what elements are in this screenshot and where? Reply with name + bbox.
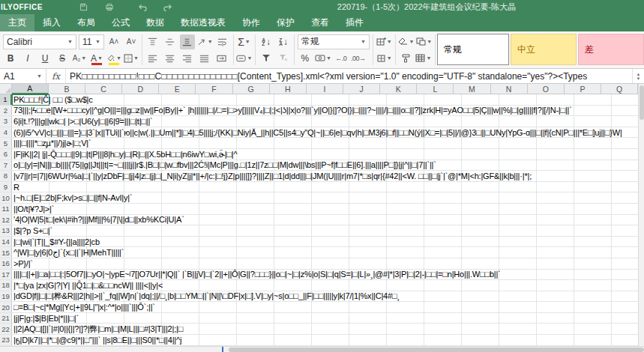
tab-home[interactable]: 主页 xyxy=(0,14,34,31)
underline-button[interactable]: U xyxy=(37,51,52,66)
cell-style-neutral[interactable]: 中立 xyxy=(511,34,577,65)
decrease-decimal-button[interactable]: ←.0 xyxy=(334,51,349,66)
align-right-icon[interactable] xyxy=(180,51,195,66)
table-row[interactable]: 18|*□|ya |zx|G|?|Y| ||Q̂1□|□&□□ncW|| |||… xyxy=(0,280,638,291)
row-header-7[interactable]: 7 xyxy=(0,160,12,171)
column-header-N[interactable]: N xyxy=(491,84,528,94)
align-bottom-icon[interactable] xyxy=(180,34,195,49)
table-row[interactable]: 23|ҕ|D|k7||□|*□|@c9|*||□"|||` ||s|8□E||□… xyxy=(0,335,638,346)
row-cells[interactable]: |F|iK||2| |j|-Q̄□□□||9|□|t|P|||8|h□y|□|R… xyxy=(12,149,638,160)
column-header-D[interactable]: D xyxy=(122,84,159,94)
italic-button[interactable]: I xyxy=(20,51,35,66)
insert-function-button[interactable]: fx xyxy=(46,69,66,83)
redo-icon[interactable] xyxy=(161,2,174,12)
table-row[interactable]: 273|||;|ϟ□□e|[W+□□□cy||^g|O|||=|||g□z||w… xyxy=(0,106,638,117)
table-row[interactable]: 9R xyxy=(0,182,638,193)
cell-style-normal[interactable]: 常规 xyxy=(437,34,509,65)
row-cells[interactable]: ^|W|□|y|6|ج0|`{x□||`|H|MehT|||||` xyxy=(12,247,638,258)
row-cells[interactable]: 6|i|t.!?|||g||wk□| |>□|U6(y|□||6|9̈=|||□… xyxy=(12,116,638,127)
font-color-button[interactable]: A▼ xyxy=(89,51,104,66)
row-cells[interactable]: |*□|ya |zx|G|?|Y| ||Q̂1□|□&□□ncW|| ||||<… xyxy=(12,280,638,291)
table-row[interactable]: 1PK□□□!|Ĉ| □□ ($□w$|c xyxy=(0,94,638,106)
fill-color-button[interactable]: ▼ xyxy=(106,51,121,66)
horizontal-scrollbar-thumb[interactable] xyxy=(229,348,644,352)
column-header-H[interactable]: H xyxy=(270,84,307,94)
vertical-scrollbar[interactable] xyxy=(638,84,644,346)
tab-8[interactable]: 查看 xyxy=(303,14,337,31)
column-header-G[interactable]: G xyxy=(233,84,270,94)
row-cells[interactable]: |ҕ|D|k7||□|*□|@c9|*||□"|||` ||s|8□E||□||… xyxy=(12,335,638,345)
horizontal-scrollbar[interactable] xyxy=(0,346,644,352)
named-ranges-button[interactable]: ▼ xyxy=(236,51,252,66)
delete-cells-button[interactable]: ▼ xyxy=(376,51,392,66)
tab-5[interactable]: 数据透视表 xyxy=(172,14,234,31)
row-header-16[interactable]: 16 xyxy=(0,258,12,269)
format-painter-icon[interactable] xyxy=(398,51,413,66)
row-header-18[interactable]: 18 xyxy=(0,280,12,291)
subscript-button[interactable]: A₂▼ xyxy=(72,51,87,66)
format-as-table-button[interactable]: ▼ xyxy=(415,51,431,66)
orientation-icon[interactable]: ▼ xyxy=(197,34,213,49)
column-header-Q[interactable]: Q xyxy=(601,84,638,94)
strikethrough-button[interactable]: S xyxy=(55,51,70,66)
decrease-font-button[interactable]: A˅ xyxy=(124,34,139,49)
table-row[interactable]: 36|i|t.!?|||g||wk□| |>□|U6(y|□||6|9̈=|||… xyxy=(0,116,638,127)
insert-cells-button[interactable]: ▼ xyxy=(376,34,392,49)
autosum-button[interactable]: Σ▼ xyxy=(236,34,251,49)
percent-style-button[interactable]: % xyxy=(298,51,313,66)
tab-9[interactable]: 插件 xyxy=(337,14,372,31)
row-cells[interactable]: |j|F|g:|$|B|Eb|*|||□|` xyxy=(12,313,638,324)
clear-button[interactable]: ▼ xyxy=(398,34,414,49)
row-cells[interactable]: ||||□||+||□a|□□|:|5Of7||□yO|~|ypE~ʲ7[|O7… xyxy=(12,270,638,280)
tab-4[interactable]: 数据 xyxy=(138,14,172,31)
column-header-P[interactable]: P xyxy=(565,84,601,94)
row-cells[interactable]: (6)|i5^vV|c|□|||□|||=}□|3`|x||TUi||`ю||c… xyxy=(12,127,638,138)
increase-decimal-button[interactable]: .00→ xyxy=(351,51,366,66)
table-row[interactable]: 21|j|F|g:|$|B|Eb|*|||□|` xyxy=(0,313,638,324)
column-header-O[interactable]: O xyxy=(528,84,565,94)
tab-1[interactable]: 插入 xyxy=(34,14,69,31)
row-cells[interactable]: ||O/t|¥?J|>|` xyxy=(12,204,638,214)
row-cells[interactable]: |~h.□|E|□2b|F;kv|>s□|□||f|N-AvI|y|` xyxy=(12,192,638,203)
row-cells[interactable]: |v7||r|=|7||6WUr|%a|□|`||y|zDbF|□|j|4|z□… xyxy=(12,171,638,181)
column-header-K[interactable]: K xyxy=(380,84,417,94)
copy-style-button[interactable]: ▼ xyxy=(416,34,432,49)
tab-7[interactable]: 保护 xyxy=(268,14,303,31)
row-header-14[interactable]: 14 xyxy=(0,237,12,247)
row-header-1[interactable]: 1 xyxy=(0,94,12,105)
row-header-13[interactable]: 13 xyxy=(0,225,12,236)
align-middle-icon[interactable] xyxy=(163,34,178,49)
font-name-select[interactable]: Calibri▼ xyxy=(3,34,76,49)
column-header-I[interactable]: I xyxy=(307,84,343,94)
row-cells[interactable]: ||2|AQ□|[||`|#|0||{||?|]?|弊|□m|□|M|L|||□… xyxy=(12,324,638,334)
table-row[interactable]: 22||2|AQ□|[||`|#|0||{||?|]?|弊|□m|□|M|L||… xyxy=(0,324,638,335)
row-cells[interactable]: ||||□||||*□z̧µ*||/)j|ɚ|□;V|` xyxy=(12,138,638,148)
borders-button[interactable]: ▼ xyxy=(124,51,139,66)
font-size-select[interactable]: 11▼ xyxy=(79,34,104,49)
wrap-text-icon[interactable] xyxy=(215,34,230,49)
row-header-6[interactable]: 6 xyxy=(0,149,12,160)
row-header-2[interactable]: 2 xyxy=(0,106,12,116)
table-row[interactable]: 15^|W|□|y|6|ج0|`{x□||`|H|MehT|||||` xyxy=(0,247,638,258)
row-header-19[interactable]: 19 xyxy=(0,291,12,302)
row-header-15[interactable]: 15 xyxy=(0,247,12,258)
justify-icon[interactable] xyxy=(197,51,212,66)
cell-style-bad[interactable]: 差 xyxy=(578,34,644,65)
increase-font-button[interactable]: A˄ xyxy=(106,34,121,49)
print-icon[interactable] xyxy=(103,2,116,12)
row-cells[interactable]: '4|O|W|5|t□|ek\|#ih?|||Mf|||%|7|\||d□||x… xyxy=(12,215,638,225)
name-box[interactable]: A1▼ xyxy=(0,69,46,83)
row-header-3[interactable]: 3 xyxy=(0,116,12,127)
row-cells[interactable]: □=B□|~c|*Mg||Yc|+||9L|"|x|:^*|o||||`|||Ô… xyxy=(12,302,638,312)
row-header-12[interactable]: 12 xyxy=(0,215,12,225)
table-row[interactable]: 4(6)|i5^vV|c|□|||□|||=}□|3`|x||TUi||`ю||… xyxy=(0,127,638,139)
tab-3[interactable]: 公式 xyxy=(103,14,138,31)
row-cells[interactable]: o|□|y|=|N|||□b||||{75||g||Jt|||t|=~□||||… xyxy=(12,160,638,171)
row-header-4[interactable]: 4 xyxy=(0,127,12,138)
align-top-icon[interactable] xyxy=(145,34,160,49)
vertical-scrollbar-thumb[interactable] xyxy=(640,85,644,120)
tab-6[interactable]: 协作 xyxy=(234,14,268,31)
clear-filter-icon[interactable] xyxy=(276,51,291,66)
number-format-select[interactable]: 常规▼ xyxy=(298,34,370,49)
row-header-8[interactable]: 8 xyxy=(0,171,12,181)
